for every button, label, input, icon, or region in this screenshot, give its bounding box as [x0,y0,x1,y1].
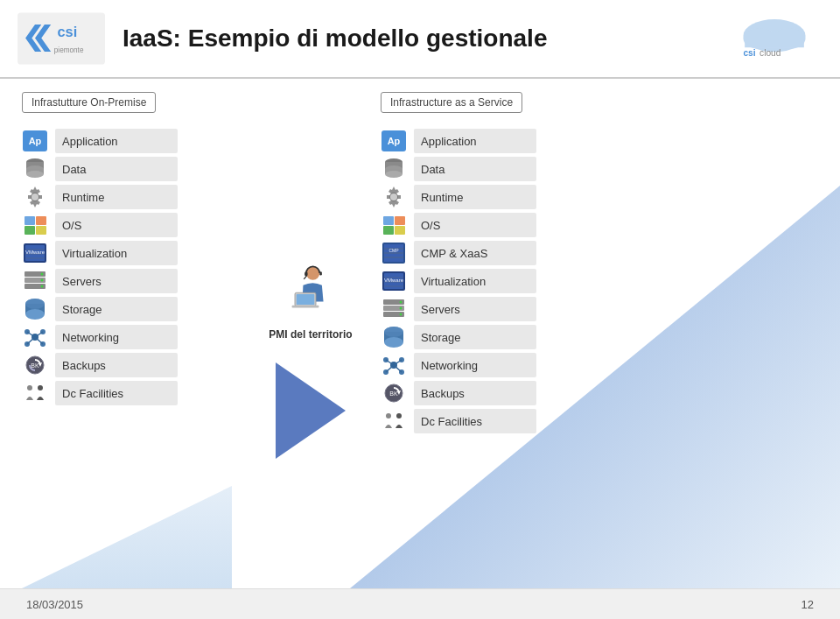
cmp-label-right: CMP & XaaS [414,241,536,265]
db-icon-left [22,157,48,181]
backups-label-left: Backups [55,353,178,377]
layer-virt-right: VMware Virtualization [381,269,818,293]
storage-icon-right [381,325,407,349]
virt-label-right: Virtualization [414,269,536,293]
svg-line-100 [394,365,402,372]
layer-servers-left: Servers [22,269,241,293]
storage-icon-left [22,297,48,321]
layer-backups-left: BK Backups [22,353,241,377]
network-icon-right [381,353,407,377]
svg-rect-69 [395,226,405,235]
dc-icon-left [22,381,48,405]
arrow-area [276,354,346,459]
os-label-left: O/S [55,213,178,237]
svg-point-87 [400,313,402,316]
logo-area: csi piemonte [18,12,105,65]
header: csi piemonte IaaS: Esempio di modello ge… [0,0,840,79]
svg-point-86 [400,307,402,310]
layer-storage-left: Storage [22,297,241,321]
svg-line-45 [27,337,35,344]
layer-application-left: Ap Application [22,129,241,153]
svg-rect-8 [745,39,804,47]
svg-rect-66 [383,216,394,225]
svg-rect-58 [292,306,319,308]
runtime-label-left: Runtime [55,185,178,209]
os-icon-left [22,213,48,237]
layer-cmp-right: CMP CMP & XaaS [381,241,818,265]
gear-icon-left [22,185,48,209]
arrow-triangle [276,362,346,459]
csicloud-logo: csi cloud [726,15,822,63]
server-icon-right [381,297,407,321]
data-label-left: Data [55,157,178,181]
svg-rect-18 [24,216,35,225]
network-icon-left [22,325,48,349]
svg-point-37 [25,299,45,309]
db-icon-right [381,157,407,181]
right-panel: Infrastructure as a Service Ap Applicati… [381,92,818,595]
svg-point-17 [32,193,38,200]
cmp-icon-right: CMP [381,241,407,265]
layer-dc-left: Dc Facilities [22,381,241,405]
layer-application-right: Ap Application [381,129,818,153]
backup-icon-left: BK [22,353,48,377]
layer-networking-right: Networking [381,353,818,377]
application-label-left: Application [55,129,178,153]
svg-line-55 [304,276,306,279]
svg-point-32 [41,279,44,282]
data-label-right: Data [414,157,536,181]
svg-rect-54 [319,271,322,275]
svg-text:CMP: CMP [388,248,399,253]
svg-rect-68 [383,226,394,235]
layer-data-left: Data [22,157,241,181]
layer-runtime-right: Runtime [381,185,818,209]
layer-os-left: O/S [22,213,241,237]
svg-text:piemonte: piemonte [54,46,84,54]
layer-virt-left: VMware Virtualization [22,241,241,265]
backup-icon-right: BK [381,381,407,405]
svg-point-50 [27,385,32,390]
header-title: IaaS: Esempio di modello gestionale [122,25,726,53]
networking-label-left: Networking [55,325,178,349]
layer-storage-right: Storage [381,325,818,349]
svg-point-91 [384,327,403,337]
svg-point-104 [386,413,391,419]
virt-icon-left: VMware [22,241,48,265]
layer-os-right: O/S [381,213,818,237]
svg-point-31 [41,273,44,276]
pmi-label: PMI del territorio [269,328,352,341]
layer-data-right: Data [381,157,818,181]
svg-text:VMware: VMware [25,250,46,255]
dc-label-right: Dc Facilities [414,409,536,433]
right-panel-inner: Infrastructure as a Service Ap Applicati… [381,92,818,433]
backups-label-right: Backups [414,381,536,405]
svg-line-99 [386,365,394,372]
runtime-label-right: Runtime [414,185,536,209]
ap-icon-right: Ap [381,129,407,153]
svg-rect-67 [395,216,405,225]
layer-networking-left: Networking [22,325,241,349]
svg-rect-21 [36,226,46,235]
left-panel: Infrastutture On-Premise Ap Application [22,92,241,595]
svg-point-85 [400,301,402,304]
dc-label-left: Dc Facilities [55,381,178,405]
svg-point-65 [390,193,397,200]
layer-runtime-left: Runtime [22,185,241,209]
svg-rect-20 [24,226,35,235]
layer-dc-right: Dc Facilities [381,409,818,433]
dc-icon-right [381,409,407,433]
ap-icon-left: Ap [22,129,48,153]
center-panel: PMI del territorio [241,92,381,595]
layer-servers-right: Servers [381,297,818,321]
main-content: Infrastutture On-Premise Ap Application [0,79,840,595]
svg-line-46 [35,337,43,344]
svg-rect-57 [297,294,315,305]
svg-point-36 [25,309,45,320]
virt-icon-right: VMware [381,269,407,293]
storage-label-right: Storage [414,325,536,349]
svg-text:VMware: VMware [384,278,404,283]
svg-point-90 [384,337,403,348]
virt-label-left: Virtualization [55,241,178,265]
storage-label-left: Storage [55,297,178,321]
person-icon [284,264,337,325]
